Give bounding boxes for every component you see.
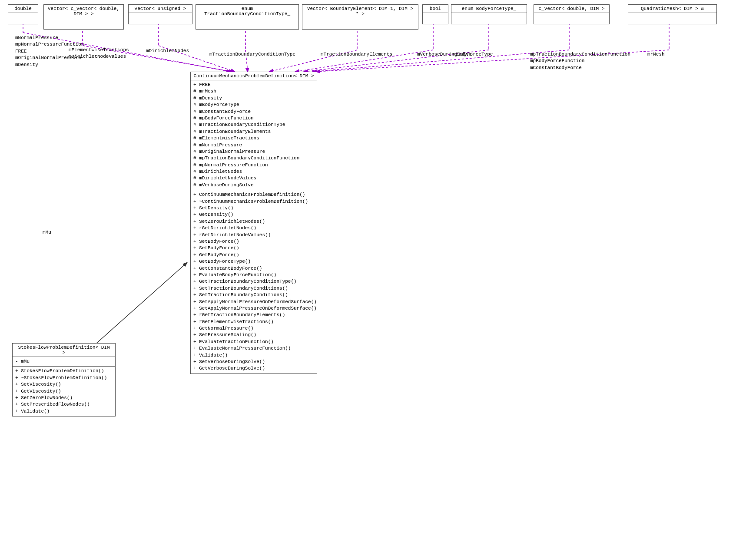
stokes-class-methods: + StokesFlowProblemDefinition() + ~Stoke… bbox=[13, 367, 115, 416]
label-vector-boundary-fields: mTractionBoundaryElements bbox=[321, 51, 392, 58]
label-c-vector-double-fields: mpTractionBoundaryConditionFunction mpBo… bbox=[530, 51, 630, 71]
svg-line-18 bbox=[87, 263, 187, 352]
main-class-header: ContinuumMechanicsProblemDefinition< DIM… bbox=[191, 72, 317, 80]
label-quadratic-mesh-fields: mrMesh bbox=[647, 51, 665, 58]
type-box-enum-traction-header: enum TractionBoundaryConditionType_ bbox=[196, 5, 298, 18]
type-box-quadratic-mesh: QuadraticMesh< DIM > & bbox=[628, 4, 717, 24]
stokes-class-header: StokesFlowProblemDefinition< DIM > bbox=[13, 344, 115, 357]
type-box-double: double bbox=[8, 4, 38, 24]
diagram-container: double vector< c_vector< double, DIM > >… bbox=[0, 0, 756, 542]
type-box-c-vector-double: c_vector< double, DIM > bbox=[534, 4, 610, 24]
label-mmu: mMu bbox=[43, 229, 51, 236]
label-vector-c-vector-fields: mElementwiseTractions mDirichletNodeValu… bbox=[69, 47, 129, 60]
stokes-class-attributes: - mMu bbox=[13, 357, 115, 367]
type-box-vector-c-vector: vector< c_vector< double, DIM > > bbox=[43, 4, 124, 30]
connections-svg bbox=[0, 0, 756, 542]
type-box-vector-boundary: vector< BoundaryElement< DIM-1, DIM > * … bbox=[302, 4, 418, 30]
type-box-quadratic-mesh-header: QuadraticMesh< DIM > & bbox=[628, 5, 716, 13]
stokes-class-box: StokesFlowProblemDefinition< DIM > - mMu… bbox=[12, 343, 116, 416]
type-box-bool: bool bbox=[422, 4, 448, 24]
type-box-vector-unsigned: vector< unsigned > bbox=[128, 4, 192, 24]
main-class-attributes: + FREE # mrMesh # mDensity # mBodyForceT… bbox=[191, 80, 317, 190]
type-box-double-header: double bbox=[8, 5, 38, 13]
type-box-enum-traction: enum TractionBoundaryConditionType_ bbox=[196, 4, 299, 30]
type-box-vector-c-vector-header: vector< c_vector< double, DIM > > bbox=[44, 5, 123, 18]
type-box-enum-body-header: enum BodyForceType_ bbox=[451, 5, 527, 13]
type-box-vector-unsigned-header: vector< unsigned > bbox=[129, 5, 192, 13]
main-class-methods: + ContinuumMechanicsProblemDefinition() … bbox=[191, 190, 317, 373]
type-box-c-vector-double-header: c_vector< double, DIM > bbox=[534, 5, 609, 13]
main-class-box: ContinuumMechanicsProblemDefinition< DIM… bbox=[190, 72, 317, 374]
label-vector-unsigned-fields: mDirichletNodes bbox=[146, 48, 189, 54]
type-box-enum-body: enum BodyForceType_ bbox=[451, 4, 527, 24]
type-box-vector-boundary-header: vector< BoundaryElement< DIM-1, DIM > * … bbox=[302, 5, 418, 18]
label-enum-traction-fields: mTractionBoundaryConditionType bbox=[209, 51, 295, 58]
type-box-bool-header: bool bbox=[423, 5, 448, 13]
label-enum-body-fields: mBodyForceType bbox=[453, 51, 493, 58]
